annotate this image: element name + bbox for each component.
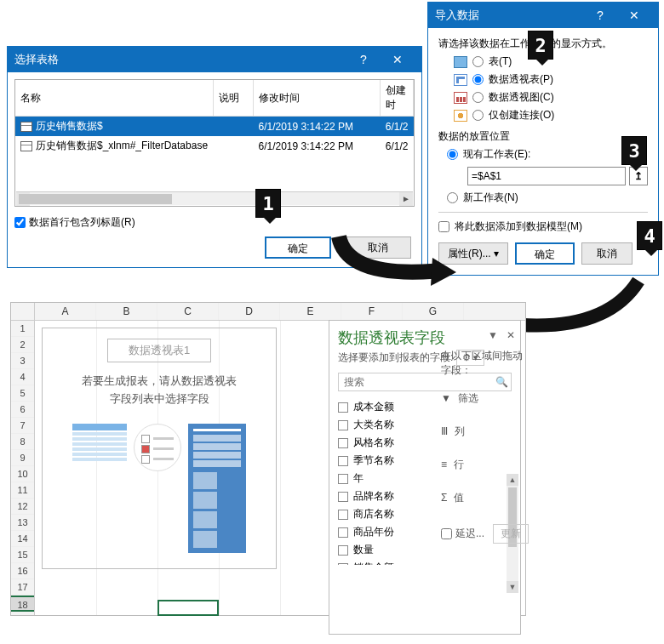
radio-pivottable[interactable] — [472, 74, 484, 85]
pivotchart-icon — [454, 92, 467, 104]
radio-table[interactable] — [472, 56, 484, 67]
dropdown-icon[interactable]: ▼ — [488, 329, 498, 341]
sheet-icon — [20, 122, 32, 132]
filter-icon: ▼ — [441, 392, 451, 404]
column-headers: A B C D E F G — [11, 303, 525, 321]
ok-button[interactable]: 确定 — [265, 237, 331, 259]
select-table-title: 选择表格 — [14, 52, 59, 67]
ok-button[interactable]: 确定 — [515, 242, 575, 265]
field-item[interactable]: 销售金额 — [338, 559, 512, 565]
table-row[interactable]: 历史销售数据$ 6/1/2019 3:14:22 PM 6/1/2 — [15, 117, 414, 137]
checkbox-icon[interactable] — [338, 563, 348, 566]
callout-2: 2 — [528, 31, 553, 60]
scroll-right-icon[interactable]: ► — [399, 192, 413, 206]
col-header[interactable]: D — [219, 303, 280, 320]
close-icon[interactable]: ✕ — [617, 9, 651, 22]
checkbox-icon[interactable] — [338, 402, 348, 413]
col-modified[interactable]: 修改时间 — [253, 80, 380, 117]
checkbox-icon[interactable] — [338, 492, 348, 502]
select-table-dialog: 选择表格 ? ✕ 名称 说明 修改时间 创建时 历史销售数据$ 6/1/2019… — [7, 46, 422, 268]
col-name[interactable]: 名称 — [15, 80, 213, 117]
defer-checkbox[interactable] — [441, 528, 452, 539]
radio-new-sheet[interactable] — [447, 192, 458, 203]
cancel-button[interactable]: 取消 — [345, 237, 411, 259]
zone-rows[interactable]: ≡行 — [441, 458, 531, 472]
properties-button[interactable]: 属性(R)... ▾ — [438, 242, 508, 265]
pivot-placeholder: 数据透视表1 若要生成报表，请从数据透视表字段列表中选择字段 — [42, 328, 277, 569]
col-header[interactable]: B — [96, 303, 157, 320]
row-headers: 123 456 789 101112 131415 161718 — [11, 321, 35, 615]
first-row-header-label: 数据首行包含列标题(R) — [29, 215, 135, 230]
table-row[interactable]: 历史销售数据$_xlnm#_FilterDatabase 6/1/2019 3:… — [15, 136, 414, 156]
sheet-icon — [20, 141, 32, 151]
pivot-illustration — [49, 424, 269, 553]
pivot-title: 数据透视表1 — [107, 339, 211, 362]
field-item[interactable]: 数量 — [338, 541, 512, 559]
checkbox-icon[interactable] — [338, 456, 348, 466]
select-table-titlebar: 选择表格 ? ✕ — [8, 47, 421, 72]
zone-values[interactable]: Σ值 — [441, 491, 531, 505]
add-to-model-checkbox[interactable] — [438, 221, 449, 232]
col-header[interactable]: G — [403, 303, 464, 320]
checkbox-icon[interactable] — [338, 527, 348, 538]
col-header[interactable]: A — [35, 303, 96, 320]
checkbox-icon[interactable] — [338, 510, 348, 520]
radio-connection[interactable] — [472, 110, 484, 121]
help-icon[interactable]: ? — [583, 9, 617, 22]
zones-title: 在以下区域间拖动字段： — [441, 349, 531, 378]
table-list: 名称 说明 修改时间 创建时 历史销售数据$ 6/1/2019 3:14:22 … — [14, 79, 415, 207]
update-button[interactable]: 更新 — [493, 524, 529, 544]
col-header[interactable]: F — [341, 303, 403, 320]
rows-icon: ≡ — [441, 459, 447, 470]
horizontal-scrollbar[interactable]: ◄ ► — [16, 191, 413, 205]
radio-pivotchart[interactable] — [472, 92, 484, 103]
help-icon[interactable]: ? — [346, 53, 381, 66]
checkbox-icon[interactable] — [338, 420, 348, 430]
import-title: 导入数据 — [435, 8, 479, 23]
checkbox-icon[interactable] — [338, 545, 348, 556]
callout-4: 4 — [637, 221, 662, 250]
col-created[interactable]: 创建时 — [381, 80, 414, 117]
close-icon[interactable]: ✕ — [381, 53, 415, 66]
pivot-icon — [454, 74, 467, 86]
col-header[interactable]: E — [280, 303, 341, 320]
zone-filter[interactable]: ▼筛选 — [441, 391, 531, 406]
callout-1: 1 — [255, 189, 281, 218]
defer-label: 延迟... — [455, 527, 484, 541]
checkbox-icon[interactable] — [338, 438, 348, 448]
pivot-message: 若要生成报表，请从数据透视表字段列表中选择字段 — [49, 373, 269, 408]
connection-icon — [454, 110, 467, 122]
first-row-header-checkbox[interactable] — [14, 217, 26, 228]
columns-icon: Ⅲ — [441, 425, 448, 437]
close-icon[interactable]: ✕ — [507, 329, 515, 341]
field-list-subtitle: 选择要添加到报表的字段: — [338, 351, 453, 363]
zone-columns[interactable]: Ⅲ列 — [441, 425, 531, 439]
active-cell[interactable] — [157, 600, 219, 616]
drop-zones: 在以下区域间拖动字段： ▼筛选 Ⅲ列 ≡行 Σ值 延迟... 更新 — [441, 349, 531, 544]
select-all-corner[interactable] — [11, 303, 35, 320]
col-header[interactable]: C — [157, 303, 219, 320]
callout-3: 3 — [621, 136, 647, 165]
scroll-thumb[interactable] — [19, 194, 172, 204]
placement-label: 数据的放置位置 — [438, 129, 648, 144]
cancel-button[interactable]: 取消 — [581, 242, 633, 265]
radio-existing-sheet[interactable] — [447, 149, 458, 160]
checkbox-icon[interactable] — [338, 474, 348, 484]
values-icon: Σ — [441, 492, 447, 504]
table-icon — [454, 56, 467, 68]
col-desc[interactable]: 说明 — [213, 80, 253, 117]
import-titlebar: 导入数据 ? ✕ — [428, 3, 658, 28]
cell-reference-input[interactable] — [467, 167, 626, 185]
